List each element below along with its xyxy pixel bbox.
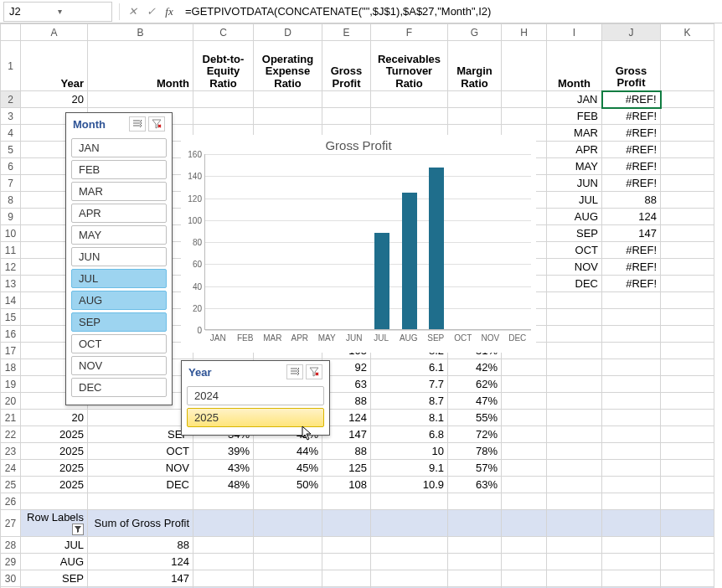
row-header[interactable]: 27 [1, 510, 21, 537]
cell[interactable] [547, 309, 602, 326]
pivot-row-label[interactable]: SEP [21, 570, 88, 587]
cell[interactable] [602, 426, 661, 443]
cell[interactable] [547, 477, 602, 493]
cell[interactable]: MAY [547, 158, 602, 175]
row-header[interactable]: 21 [1, 410, 21, 426]
cell[interactable]: #REF! [602, 91, 661, 108]
filter-icon[interactable] [72, 524, 84, 535]
cell[interactable]: 125 [322, 460, 371, 477]
cell[interactable] [448, 570, 502, 587]
cell[interactable] [661, 242, 714, 259]
slicer-item-sep[interactable]: SEP [71, 312, 167, 332]
cell[interactable] [322, 537, 371, 554]
formula-input[interactable]: =GETPIVOTDATA(CONCATENATE("",$J$1),$A$27… [178, 5, 722, 18]
cell[interactable]: #REF! [602, 158, 661, 175]
cell[interactable]: #REF! [602, 242, 661, 259]
cell[interactable] [547, 537, 602, 554]
row-header[interactable]: 9 [1, 209, 21, 225]
col-header-H[interactable]: H [502, 24, 547, 41]
cell[interactable] [661, 537, 714, 554]
col-header-B[interactable]: B [88, 24, 193, 41]
slicer-item-jun[interactable]: JUN [71, 247, 167, 266]
cell[interactable] [322, 554, 371, 570]
cell[interactable] [193, 537, 254, 554]
slicer-item-jul[interactable]: JUL [71, 269, 167, 288]
pivot-row-value[interactable]: 124 [88, 554, 193, 570]
multiselect-icon[interactable] [286, 364, 303, 379]
cell[interactable]: #REF! [602, 259, 661, 276]
select-all[interactable] [1, 24, 21, 41]
cell[interactable] [661, 393, 714, 410]
cell[interactable] [322, 570, 371, 587]
cell[interactable] [547, 460, 602, 477]
cell[interactable] [661, 276, 714, 292]
cell[interactable]: 72% [448, 426, 502, 443]
cell[interactable] [448, 510, 502, 537]
cell[interactable] [502, 554, 547, 570]
cell[interactable]: #REF! [602, 276, 661, 292]
cell[interactable] [661, 510, 714, 537]
cell[interactable]: 62% [448, 376, 502, 393]
col-header-I[interactable]: I [547, 24, 602, 41]
row-header[interactable]: 11 [1, 242, 21, 259]
cell[interactable] [88, 410, 193, 426]
cell[interactable] [602, 359, 661, 376]
slicer-item-2024[interactable]: 2024 [187, 386, 324, 405]
cell[interactable] [602, 537, 661, 554]
cell[interactable]: AUG [547, 209, 602, 225]
cell[interactable] [661, 477, 714, 493]
cell[interactable]: 20 [21, 91, 88, 108]
cell[interactable] [602, 554, 661, 570]
slicer-month[interactable]: Month JANFEBMARAPRMAYJUNJULAUGSEPOCTNOVD… [65, 112, 173, 405]
cell-header[interactable]: Gross Profit [602, 41, 661, 91]
multiselect-icon[interactable] [129, 116, 146, 132]
row-header[interactable]: 20 [1, 393, 21, 410]
cell[interactable]: 9.1 [371, 460, 448, 477]
cell[interactable] [547, 493, 602, 510]
cell[interactable] [661, 192, 714, 209]
cell[interactable] [254, 493, 322, 510]
cell[interactable] [547, 326, 602, 343]
pivot-row-labels-header[interactable]: Row Labels [21, 510, 88, 537]
row-header[interactable]: 12 [1, 259, 21, 276]
cell[interactable]: JAN [547, 91, 602, 108]
cancel-formula-icon[interactable]: ✕ [123, 3, 142, 21]
slicer-item-aug[interactable]: AUG [71, 291, 167, 310]
cell[interactable] [448, 493, 502, 510]
cell[interactable]: 108 [322, 477, 371, 493]
cell-header[interactable] [502, 41, 547, 91]
cell[interactable]: 50% [254, 477, 322, 493]
row-header[interactable]: 26 [1, 493, 21, 510]
cell[interactable] [371, 510, 448, 537]
col-header-F[interactable]: F [371, 24, 448, 41]
cell[interactable]: 10 [371, 443, 448, 460]
cell[interactable] [661, 91, 714, 108]
cell[interactable] [371, 570, 448, 587]
pivot-row-value[interactable]: 147 [88, 570, 193, 587]
cell[interactable] [547, 343, 602, 359]
cell[interactable] [661, 570, 714, 587]
cell[interactable]: 63% [448, 477, 502, 493]
cell[interactable] [193, 554, 254, 570]
cell-header[interactable]: Year [21, 41, 88, 91]
row-header[interactable]: 5 [1, 142, 21, 158]
cell[interactable] [661, 426, 714, 443]
cell[interactable] [254, 570, 322, 587]
cell-header[interactable] [661, 41, 714, 91]
cell[interactable] [547, 292, 602, 309]
cell[interactable] [661, 309, 714, 326]
cell[interactable] [661, 443, 714, 460]
cell[interactable] [502, 570, 547, 587]
slicer-item-dec[interactable]: DEC [71, 378, 167, 397]
col-header-G[interactable]: G [448, 24, 502, 41]
cell[interactable] [602, 343, 661, 359]
cell[interactable]: 6.8 [371, 426, 448, 443]
cell[interactable]: OCT [547, 242, 602, 259]
cell[interactable] [193, 493, 254, 510]
slicer-item-feb[interactable]: FEB [71, 160, 167, 179]
pivot-row-label[interactable]: AUG [21, 554, 88, 570]
pivot-row-label[interactable]: JUL [21, 537, 88, 554]
cell[interactable] [661, 376, 714, 393]
cell[interactable]: 48% [193, 477, 254, 493]
cell[interactable] [21, 493, 88, 510]
